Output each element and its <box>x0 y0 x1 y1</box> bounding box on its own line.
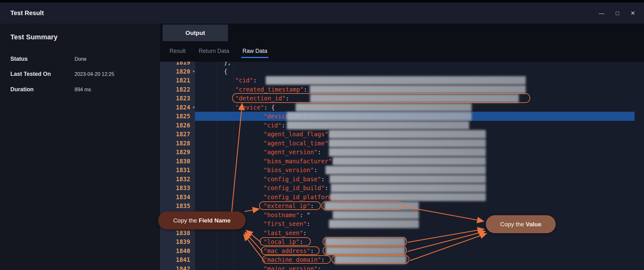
line-number: 1840 <box>176 246 190 256</box>
code-line-1842[interactable]: 1842"major_version": <box>160 264 644 270</box>
line-number: 1823 <box>176 94 190 103</box>
line-number: 1829 <box>176 148 190 157</box>
json-key: "major_version" <box>264 265 318 270</box>
summary-row-status: Status Done <box>0 56 160 64</box>
tab-raw-data[interactable]: Raw Data <box>242 48 268 54</box>
json-key: "cid" <box>264 122 281 129</box>
test-summary-panel: Test Summary Status Done Last Tested On … <box>0 24 160 270</box>
line-number: 1827 <box>176 130 190 139</box>
machine-domain-value-highlight <box>331 255 409 264</box>
json-key: "bios_manufacturer" <box>264 158 332 165</box>
local-ip-key-highlight <box>260 237 311 246</box>
maximize-icon[interactable]: □ <box>616 10 619 16</box>
line-number: 1822 <box>176 85 190 94</box>
code-line-1840[interactable]: 1840"mac_address": <box>160 246 644 256</box>
json-punctuation: : <box>303 229 310 236</box>
code-line-1828[interactable]: 1828"agent_local_time": <box>160 139 644 148</box>
line-number: 1825 <box>176 112 190 121</box>
callout-text: Copy the <box>500 221 526 228</box>
line-number: 1835 <box>176 201 190 211</box>
code-line-1820[interactable]: 1820▾{ <box>160 67 644 76</box>
code-text: { <box>195 67 644 76</box>
redacted-value <box>330 193 486 201</box>
gutter-cell: 1838 <box>160 228 195 238</box>
line-number: 1831 <box>176 166 190 175</box>
line-number: 1842 <box>176 264 190 270</box>
line-number: 1820 <box>176 67 190 76</box>
copy-field-name-callout: Copy the Field Name <box>158 211 246 229</box>
tab-return-data[interactable]: Return Data <box>198 48 230 54</box>
line-number: 1832 <box>176 175 190 184</box>
duration-value: 894 ms <box>75 87 91 93</box>
code-line-1827[interactable]: 1827"agent_load_flags": <box>160 130 644 139</box>
line-number: 1826 <box>176 121 190 130</box>
line-number: 1821 <box>176 76 190 85</box>
gutter-cell: 1835 <box>160 201 195 211</box>
code-line-1831[interactable]: 1831"bios_version": <box>160 166 644 175</box>
callout-text-bold: Field Name <box>199 217 230 224</box>
redacted-value <box>329 139 486 148</box>
redacted-value <box>329 130 486 138</box>
code-line-1829[interactable]: 1829"agent_version": <box>160 148 644 157</box>
json-punctuation: : <box>253 77 260 84</box>
code-line-1841[interactable]: 1841"machine_domain": <box>160 255 644 264</box>
code-line-1822[interactable]: 1822"created_timestamp": <box>160 85 644 94</box>
summary-row-duration: Duration 894 ms <box>0 86 160 94</box>
gutter-cell: 1829 <box>160 148 195 157</box>
code-text: "last_seen": <box>195 228 644 238</box>
callout-text-bold: Value <box>526 221 541 228</box>
line-number: 1838 <box>176 228 190 238</box>
close-icon[interactable]: ✕ <box>630 10 635 16</box>
machine-domain-key-highlight <box>262 255 331 264</box>
last-tested-value: 2023-04-20 12:25 <box>75 71 114 77</box>
gutter-cell: 1819 <box>160 62 195 67</box>
code-line-1839[interactable]: 1839"local_ip": <box>160 237 644 246</box>
code-line-1830[interactable]: 1830"bios_manufacturer": <box>160 157 644 166</box>
code-text: "first_seen": <box>195 219 644 228</box>
gutter-cell: 1840 <box>160 246 195 256</box>
code-line-1838[interactable]: 1838"last_seen": <box>160 228 644 238</box>
gutter-cell: 1832 <box>160 175 195 184</box>
redacted-value <box>329 220 419 228</box>
code-line-1821[interactable]: 1821"cid": <box>160 76 644 85</box>
gutter-cell: 1833 <box>160 183 195 193</box>
json-punctuation: : <box>318 265 325 270</box>
line-number: 1839 <box>176 237 190 246</box>
test-result-window: Test Result — □ ✕ Test Summary Status Do… <box>0 0 644 270</box>
redacted-value <box>296 103 472 112</box>
code-line-1832[interactable]: 1832"config_id_base": <box>160 175 644 184</box>
code-line-1824[interactable]: 1824▾"device": { <box>160 103 644 112</box>
local-ip-value-highlight <box>323 237 407 246</box>
code-line-1834[interactable]: 1834"config_id_platform": <box>160 193 644 202</box>
code-line-1819[interactable]: 1819}, <box>160 62 644 67</box>
redacted-value <box>325 166 486 174</box>
gutter-cell: 1839 <box>160 237 195 246</box>
fold-caret-icon[interactable]: ▾ <box>193 67 195 76</box>
tab-output[interactable]: Output <box>163 25 228 41</box>
line-number: 1819 <box>176 62 190 67</box>
line-number: 1830 <box>176 157 190 166</box>
gutter-cell: 1830 <box>160 157 195 166</box>
gutter-cell: 1820▾ <box>160 67 195 76</box>
code-line-1825[interactable]: 1825"device_id": " <box>160 112 644 121</box>
fold-caret-icon[interactable]: ▾ <box>193 103 195 112</box>
gutter-cell: 1828 <box>160 139 195 148</box>
window-top-strip <box>0 0 644 3</box>
line-number: 1841 <box>176 255 190 264</box>
minimize-icon[interactable]: — <box>599 10 604 16</box>
json-punctuation: : <box>318 149 325 155</box>
code-line-1826[interactable]: 1826"cid": <box>160 121 644 130</box>
code-line-1835[interactable]: 1835"external_ip": <box>160 201 644 211</box>
mac-address-value-highlight <box>323 246 407 255</box>
gutter-cell: 1823 <box>160 94 195 103</box>
gutter-cell: 1831 <box>160 166 195 175</box>
redacted-value <box>329 148 486 156</box>
code-line-1833[interactable]: 1833"config_id_build": <box>160 183 644 193</box>
gutter-cell: 1822 <box>160 85 195 94</box>
tab-result[interactable]: Result <box>169 48 186 54</box>
code-line-1823[interactable]: 1823"detection_id": <box>160 94 644 103</box>
line-number: 1828 <box>176 139 190 148</box>
raw-data-json-viewer[interactable]: 1819},1820▾{1821"cid": 1822"created_time… <box>160 62 644 270</box>
redacted-value <box>266 76 526 85</box>
json-key: "created_timestamp" <box>235 86 303 93</box>
